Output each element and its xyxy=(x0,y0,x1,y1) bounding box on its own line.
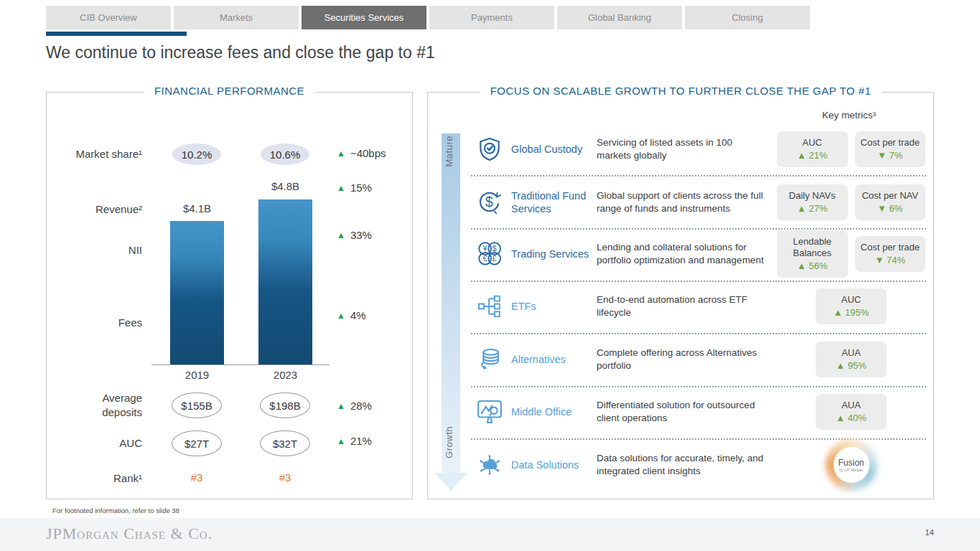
up-triangle-icon: ▲ xyxy=(337,436,345,446)
row-divider xyxy=(471,386,926,387)
svg-text:£: £ xyxy=(493,254,497,263)
up-triangle-icon: ▲ xyxy=(337,311,345,321)
auc-2019-oval: $27T xyxy=(172,430,222,456)
bar-value-2023: $4.8B xyxy=(258,180,312,192)
avg-deposits-delta: ▲28% xyxy=(337,400,372,412)
fees-label: Fees xyxy=(47,316,142,330)
auc-delta: ▲21% xyxy=(337,435,372,447)
revenue-delta: ▲15% xyxy=(337,182,372,194)
metric-box: Cost per trade ▼ 7% xyxy=(855,131,926,168)
row-divider xyxy=(471,175,926,176)
slide: CIB Overview Markets Securities Services… xyxy=(0,0,980,551)
svg-text:$: $ xyxy=(493,245,497,253)
fusion-logo-name: Fusion xyxy=(838,458,864,468)
service-row-global-custody: Global Custody Servicing of listed asset… xyxy=(474,126,929,173)
maturity-arrow-head-icon xyxy=(434,473,467,491)
metric-box: Cost per NAV ▼ 6% xyxy=(855,184,926,221)
chart-axis xyxy=(151,364,330,365)
scalable-growth-panel: FOCUS ON SCALABLE GROWTH TO FURTHER CLOS… xyxy=(427,92,934,499)
svg-text:$: $ xyxy=(485,194,493,209)
fund-cycle-icon: $ xyxy=(474,189,505,216)
service-label: Middle Office xyxy=(511,405,590,418)
market-share-label: Market share¹ xyxy=(47,147,142,161)
section-progress-indicator xyxy=(46,32,187,36)
tab-global-banking[interactable]: Global Banking xyxy=(557,6,682,29)
jpmorgan-chase-logo: JPMorgan Chase & Co. xyxy=(46,524,213,543)
fusion-logo-wrap: Fusion by J.P. Morgan xyxy=(777,438,925,492)
maturity-label-growth: Growth xyxy=(444,426,454,458)
rank-label: Rank¹ xyxy=(47,471,142,486)
nii-delta: ▲33% xyxy=(337,229,372,241)
tab-cib-overview[interactable]: CIB Overview xyxy=(46,6,171,29)
section-tabbar: CIB Overview Markets Securities Services… xyxy=(46,6,810,29)
service-description: Data solutions for accurate, timely, and… xyxy=(597,452,769,477)
tab-markets[interactable]: Markets xyxy=(174,6,299,29)
key-metrics-header: Key metrics³ xyxy=(775,110,923,121)
service-description: Differentiated solution for outsourced c… xyxy=(597,399,769,424)
metric-box: Lendable Balances ▲ 56% xyxy=(777,230,848,278)
up-triangle-icon: ▲ xyxy=(337,401,345,411)
tab-closing[interactable]: Closing xyxy=(685,6,810,29)
nii-label: NII xyxy=(47,243,142,258)
market-share-delta: ▲~40bps xyxy=(337,147,386,159)
avg-deposits-2023-oval: $198B xyxy=(260,392,310,418)
cloud-network-icon xyxy=(474,451,505,479)
service-row-alternatives: Alternatives Complete offering across Al… xyxy=(474,336,929,383)
service-description: Servicing of listed assets in 100 market… xyxy=(597,136,769,161)
service-row-data-solutions: Data Solutions Data solutions for accura… xyxy=(474,441,929,489)
up-triangle-icon: ▲ xyxy=(337,149,345,159)
row-divider xyxy=(471,333,926,334)
metric-box: Daily NAVs ▲ 27% xyxy=(777,184,848,221)
revenue-bar-2023 xyxy=(258,199,312,364)
revenue-bar-2019 xyxy=(170,221,224,364)
up-triangle-icon: ▲ xyxy=(337,230,345,240)
market-share-2023-pill: 10.6% xyxy=(261,143,309,165)
rank-2023-value: #3 xyxy=(260,471,310,484)
monitor-chart-icon xyxy=(474,397,505,426)
metric-box: AUA ▲ 95% xyxy=(816,342,887,378)
service-label: Data Solutions xyxy=(511,458,590,471)
year-2023: 2023 xyxy=(258,369,312,381)
service-description: End-to-end automation across ETF lifecyc… xyxy=(597,293,769,319)
metric-box: AUC ▲ 21% xyxy=(777,131,848,168)
footer: JPMorgan Chase & Co. 14 xyxy=(0,518,980,551)
metric-box: AUA ▲ 40% xyxy=(816,394,887,430)
service-description: Complete offering across Alternatives po… xyxy=(597,347,769,372)
year-2019: 2019 xyxy=(170,369,224,381)
currencies-icon: ¥$ €£ xyxy=(474,240,505,268)
service-label: Alternatives xyxy=(511,353,590,366)
service-label: ETFs xyxy=(511,300,590,313)
maturity-arrow xyxy=(442,133,460,473)
service-metrics: AUC ▲ 21% Cost per trade ▼ 7% xyxy=(777,131,925,168)
svg-text:€: € xyxy=(483,254,487,263)
service-metrics: AUA ▲ 40% xyxy=(777,394,925,430)
database-icon xyxy=(474,346,505,373)
metric-box: AUC ▲ 195% xyxy=(816,288,887,325)
page-title: We continue to increase fees and close t… xyxy=(46,43,435,62)
svg-text:¥: ¥ xyxy=(482,245,488,253)
service-metrics: AUA ▲ 95% xyxy=(777,342,925,378)
tab-securities-services[interactable]: Securities Services xyxy=(302,6,426,29)
revenue-label: Revenue² xyxy=(47,202,142,217)
maturity-label-mature: Mature xyxy=(444,136,454,166)
service-label: Global Custody xyxy=(511,143,590,156)
service-label: Traditional Fund Services xyxy=(511,189,590,215)
page-number: 14 xyxy=(925,528,934,537)
bar-value-2019: $4.1B xyxy=(170,202,224,215)
fusion-logo: Fusion by J.P. Morgan xyxy=(824,438,879,492)
service-metrics: Daily NAVs ▲ 27% Cost per NAV ▼ 6% xyxy=(777,184,925,221)
service-description: Global support of clients across the ful… xyxy=(597,189,769,215)
etf-flow-icon xyxy=(474,293,505,319)
service-label: Trading Services xyxy=(511,248,590,260)
shield-check-icon xyxy=(474,136,505,163)
avg-deposits-2019-oval: $155B xyxy=(172,392,222,418)
service-metrics: Lendable Balances ▲ 56% Cost per trade ▼… xyxy=(777,230,925,278)
service-description: Lending and collateral solutions for por… xyxy=(597,241,769,266)
service-row-etfs: ETFs End-to-end automation across ETF li… xyxy=(474,283,929,330)
average-deposits-label: Average deposits xyxy=(63,391,142,419)
up-triangle-icon: ▲ xyxy=(337,183,345,193)
tab-payments[interactable]: Payments xyxy=(429,6,554,29)
market-share-2019-pill: 10.2% xyxy=(172,143,221,165)
footnote: For footnoted information, refer to slid… xyxy=(52,507,179,514)
auc-label: AUC xyxy=(47,436,142,451)
